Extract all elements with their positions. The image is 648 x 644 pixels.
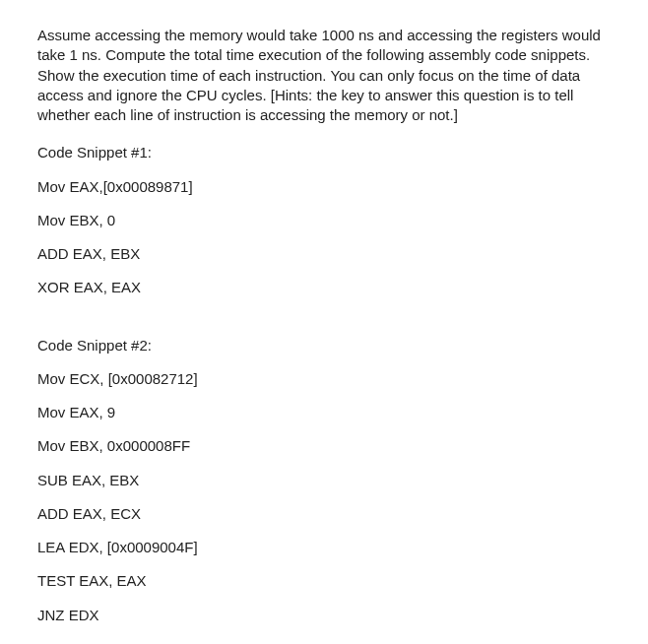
- snippet2-line: Mov ECX, [0x00082712]: [37, 369, 615, 389]
- snippet1-line: Mov EBX, 0: [37, 211, 615, 230]
- snippet2-line: Mov EBX, 0x000008FF: [37, 436, 615, 456]
- snippet1-line: ADD EAX, EBX: [37, 244, 615, 264]
- snippet2-title: Code Snippet #2:: [37, 336, 615, 355]
- snippet2-line: ADD EAX, ECX: [37, 504, 615, 524]
- problem-description: Assume accessing the memory would take 1…: [37, 26, 615, 125]
- snippet1-title: Code Snippet #1:: [37, 143, 615, 162]
- snippet2-line: LEA EDX, [0x0009004F]: [37, 538, 615, 557]
- snippet2-line: Mov EAX, 9: [37, 403, 615, 422]
- spacer: [37, 312, 615, 332]
- snippet1-line: Mov EAX,[0x00089871]: [37, 177, 615, 197]
- snippet1-line: XOR EAX, EAX: [37, 278, 615, 297]
- snippet2-line: SUB EAX, EBX: [37, 471, 615, 490]
- snippet2-line: JNZ EDX: [37, 606, 615, 625]
- snippet2-line: TEST EAX, EAX: [37, 571, 615, 591]
